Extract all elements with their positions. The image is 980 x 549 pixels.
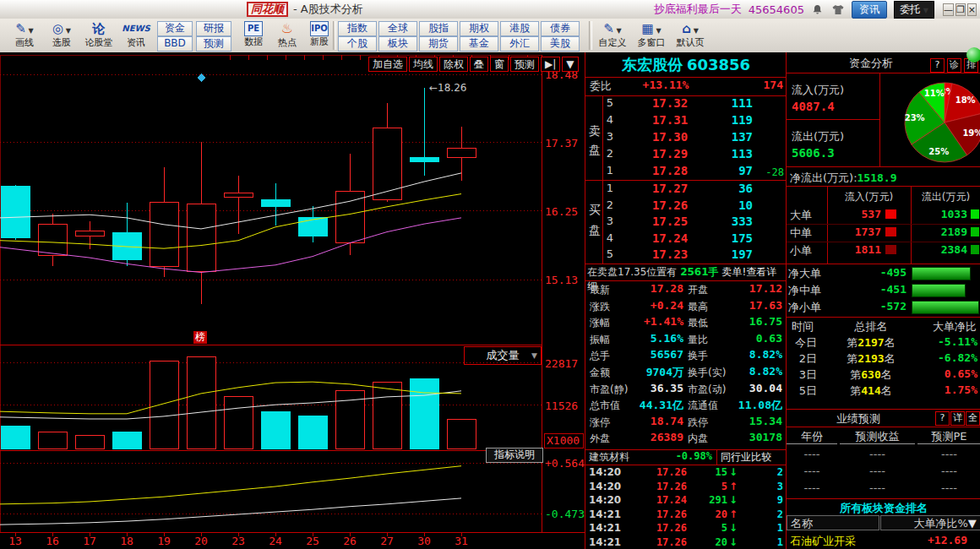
stat-value: 17.63: [727, 299, 782, 312]
toolbar-button-预测[interactable]: 预测: [196, 36, 231, 52]
ask-row: 317.30137: [585, 130, 787, 147]
forecast-cell: ----: [840, 481, 915, 494]
weicha-value: 174: [764, 79, 783, 91]
toolbar-item-论股堂[interactable]: 论论股堂: [81, 20, 117, 49]
tick-time: 14:21: [589, 536, 621, 548]
minimize-button[interactable]: —: [943, 3, 954, 16]
volume: 197: [694, 247, 753, 261]
market-button-美股[interactable]: 美股: [541, 36, 580, 52]
market-button-全球[interactable]: 全球: [378, 21, 417, 36]
chart-tool-▼[interactable]: ▼: [562, 57, 578, 72]
market-button-指数[interactable]: 指数: [338, 21, 377, 36]
stat-value: 30.04: [727, 382, 782, 394]
toolbar-item-热点[interactable]: ♨热点: [272, 20, 302, 49]
sector-rank-sort-header[interactable]: 大单净比%▼: [880, 515, 980, 530]
level: 3: [604, 130, 616, 143]
restore-button[interactable]: ❐: [956, 3, 966, 16]
market-button-期货[interactable]: 期货: [419, 36, 458, 52]
toolbar-item-自定义[interactable]: ✎ ▼自定义: [595, 20, 630, 49]
chart-tool-除权[interactable]: 除权: [439, 57, 468, 72]
market-button-港股[interactable]: 港股: [500, 21, 539, 36]
tick-volume: 20: [685, 508, 727, 520]
toolbar-button-BBD[interactable]: BBD: [157, 36, 193, 52]
多窗口-icon: ▦ ▼: [634, 20, 669, 37]
chart-tool-▶|[interactable]: ▶|: [541, 57, 560, 72]
market-button-外汇[interactable]: 外汇: [500, 36, 539, 52]
forecast-col-header: 预测PE: [917, 429, 980, 444]
toolbar-item-数据[interactable]: PE数据: [238, 20, 269, 48]
toolbar-item-label: 自定义: [595, 37, 630, 49]
market-button-板块[interactable]: 板块: [378, 36, 417, 52]
bid-row: 317.25333: [585, 215, 787, 231]
stock-code: 603856: [687, 56, 750, 73]
tick-volume: 20: [685, 536, 727, 548]
toolbar-button-研报[interactable]: 研报: [196, 21, 231, 36]
rank-pct: -5.11%: [938, 335, 977, 348]
bell-icon[interactable]: [811, 3, 825, 16]
notice-qty: 2561手: [680, 266, 718, 278]
forecast-title: 业绩预测: [787, 411, 930, 427]
svg-text:20: 20: [194, 535, 208, 547]
net-flow-value: 1518.9: [858, 171, 897, 184]
stat-label: 最低: [688, 316, 708, 330]
toolbar-separator: [333, 21, 336, 50]
toolbar-item-画线[interactable]: ✎ ▼画线: [7, 20, 42, 49]
shirt-icon[interactable]: [831, 3, 845, 16]
market-button-个股[interactable]: 个股: [338, 36, 377, 52]
stat-label: 开盘: [688, 283, 708, 297]
sort-down-icon: ▼: [968, 517, 977, 530]
forecast-button-详[interactable]: 详: [950, 411, 965, 426]
chart-tool-加自选[interactable]: 加自选: [368, 57, 407, 72]
chart-tool-窗[interactable]: 窗: [490, 57, 509, 72]
chart-tool-均线[interactable]: 均线: [409, 57, 438, 72]
row-label: 净小单: [788, 300, 821, 315]
热点-icon: ♨: [272, 20, 302, 37]
chart-tool-预测[interactable]: 预测: [510, 57, 539, 72]
trade-button[interactable]: 委托 ▼: [894, 1, 934, 19]
rank-badge[interactable]: 榜: [193, 331, 207, 344]
svg-text:13: 13: [8, 535, 22, 547]
funds-header-button-诊[interactable]: 诊: [947, 58, 961, 73]
funds-panel: 资金分析 ?诊排 流入(万元) 4087.4 流出(万元) 5606.3 3%1…: [786, 52, 980, 549]
inflow-swatch: [885, 227, 896, 236]
toolbar-item-资讯[interactable]: NEWS资讯: [118, 20, 154, 49]
sector-name[interactable]: 建筑材料: [589, 450, 629, 465]
market-button-债券[interactable]: 债券: [541, 21, 580, 36]
toolbar-item-新股[interactable]: IPO新股: [304, 20, 335, 48]
close-button[interactable]: ×: [967, 3, 977, 16]
svg-text:←18.26: ←18.26: [429, 82, 466, 94]
indicator-help-button[interactable]: 指标说明: [486, 448, 543, 463]
ask-row: 117.2897: [585, 164, 787, 181]
market-button-股指[interactable]: 股指: [419, 21, 458, 36]
chart-toolbar: 加自选均线除权叠窗预测▶|▼: [368, 57, 579, 72]
tick-count: 1: [777, 522, 783, 534]
funds-header-button-?[interactable]: ?: [930, 58, 945, 73]
rank-number: 2193: [858, 352, 884, 365]
volume-indicator-dropdown[interactable]: 成交量▼: [464, 346, 542, 365]
up-arrow-icon: ↑: [729, 481, 738, 492]
toolbar-item-默认页[interactable]: ⌂ ▼默认页: [672, 20, 708, 49]
down-arrow-icon: ↓: [729, 466, 738, 478]
toolbar-item-选股[interactable]: ◎ ▼选股: [44, 20, 79, 49]
forecast-button-?[interactable]: ?: [935, 411, 950, 426]
market-button-期权[interactable]: 期权: [460, 21, 498, 36]
news-button[interactable]: 资讯: [852, 1, 887, 19]
chevron-down-icon: ▼: [923, 7, 928, 14]
promo-text[interactable]: 抄底福利最后一天: [654, 2, 742, 17]
industry-compare-button[interactable]: 同行业比较: [721, 450, 771, 465]
自定义-icon: ✎ ▼: [595, 20, 630, 37]
toolbar-item-多窗口[interactable]: ▦ ▼多窗口: [634, 20, 669, 49]
outflow-col-header: 流出(万元): [911, 190, 980, 204]
row-label: 净大单: [788, 266, 821, 281]
chart-tool-叠[interactable]: 叠: [470, 57, 488, 72]
row-label: 大单: [790, 208, 812, 223]
toolbar-button-资金[interactable]: 资金: [157, 21, 193, 36]
forecast-button-全[interactable]: 全: [966, 411, 980, 426]
sector-change: -0.98%: [666, 450, 712, 462]
market-button-基金[interactable]: 基金: [460, 36, 498, 52]
buy-side-label: 盘: [589, 223, 601, 238]
floating-widget-icon[interactable]: [966, 47, 980, 63]
svg-text:16: 16: [46, 535, 59, 547]
level: 2: [604, 147, 616, 160]
inflow-cell: 1737: [830, 226, 881, 238]
